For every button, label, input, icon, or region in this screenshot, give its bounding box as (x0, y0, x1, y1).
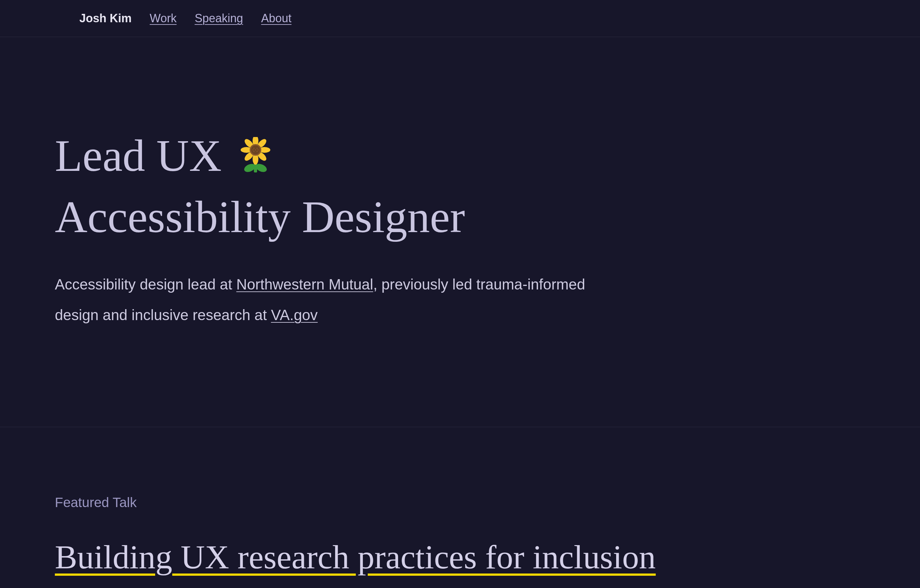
hero-title: Lead UX (55, 127, 571, 245)
hero-title-line1-text: Lead UX (55, 131, 222, 181)
svg-point-19 (258, 150, 259, 151)
nav-link-about[interactable]: About (261, 11, 292, 25)
site-header: Josh Kim Work Speaking About (0, 0, 920, 37)
nav-link-speaking[interactable]: Speaking (194, 11, 243, 25)
sunflower-icon (239, 129, 272, 185)
hero-desc-part1: Accessibility design lead at (55, 276, 236, 293)
brand-link[interactable]: Josh Kim (79, 11, 131, 25)
svg-point-16 (253, 151, 254, 152)
hero-description: Accessibility design lead at Northwester… (55, 269, 587, 330)
featured-title-link[interactable]: Building UX research practices for inclu… (55, 538, 656, 575)
va-gov-link[interactable]: VA.gov (271, 307, 318, 323)
primary-nav: Josh Kim Work Speaking About (24, 11, 896, 25)
svg-point-15 (255, 150, 256, 151)
svg-point-13 (253, 148, 254, 149)
featured-label: Featured Talk (55, 495, 865, 510)
svg-point-14 (256, 148, 258, 149)
featured-title: Building UX research practices for inclu… (55, 538, 865, 576)
hero-section: Lead UX (0, 37, 920, 427)
nav-link-work[interactable]: Work (150, 11, 177, 25)
northwestern-mutual-link[interactable]: Northwestern Mutual (236, 276, 373, 293)
hero-title-line2-text: Accessibility Designer (55, 189, 571, 245)
svg-point-18 (252, 150, 254, 151)
svg-point-17 (256, 151, 258, 152)
featured-section: Featured Talk Building UX research pract… (0, 427, 920, 576)
